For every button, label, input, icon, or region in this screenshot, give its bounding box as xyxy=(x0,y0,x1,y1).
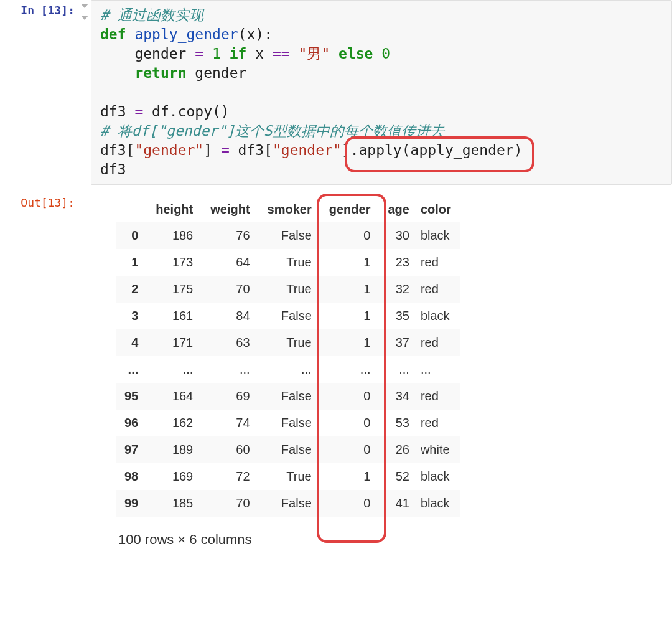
output-cell: Out[13]: height weight smoker gender age… xyxy=(0,185,672,548)
code-text: df3[ xyxy=(230,142,273,158)
table-cell: True xyxy=(259,276,320,303)
str-nan: "男" xyxy=(290,45,338,62)
kw-def: def xyxy=(100,26,126,42)
code-cell[interactable]: # 通过函数实现 def apply_gender(x): gender = 1… xyxy=(91,0,672,185)
row-index: 98 xyxy=(116,463,147,490)
table-cell: 169 xyxy=(147,463,202,490)
table-cell: 60 xyxy=(202,436,258,463)
table-cell: 70 xyxy=(202,490,258,517)
table-cell: 70 xyxy=(202,276,258,303)
row-index: 2 xyxy=(116,276,147,303)
arg-x: x xyxy=(246,26,255,42)
table-cell: 64 xyxy=(202,249,258,276)
table-cell: black xyxy=(418,463,460,490)
table-cell: 185 xyxy=(147,490,202,517)
chevron-down-icon[interactable] xyxy=(81,16,88,20)
table-cell: True xyxy=(259,249,320,276)
table-wrapper: height weight smoker gender age color 01… xyxy=(116,197,460,517)
num-1: 1 xyxy=(203,45,230,62)
num-0: 0 xyxy=(373,45,390,62)
table-cell: red xyxy=(418,329,460,356)
col-header-gender: gender xyxy=(320,197,380,222)
table-cell: 35 xyxy=(379,303,418,329)
table-cell: 32 xyxy=(379,276,418,303)
table-cell: 0 xyxy=(320,222,380,250)
ret-val: gender xyxy=(186,65,246,81)
table-cell: ... xyxy=(418,356,460,383)
table-cell: red xyxy=(418,249,460,276)
table-cell: 53 xyxy=(379,410,418,436)
table-row: 9816972True152black xyxy=(116,463,460,490)
fn-name: apply_gender xyxy=(134,26,238,42)
col-header: height xyxy=(147,197,202,222)
table-cell: 1 xyxy=(320,249,380,276)
table-cell: 171 xyxy=(147,329,202,356)
table-cell: red xyxy=(418,383,460,410)
chevron-down-icon[interactable] xyxy=(81,4,88,8)
kw-else: else xyxy=(338,45,373,62)
table-cell: 37 xyxy=(379,329,418,356)
table-row: 9918570False041black xyxy=(116,490,460,517)
table-cell: 26 xyxy=(379,436,418,463)
code-text: df.copy() xyxy=(143,103,229,120)
table-cell: True xyxy=(259,329,320,356)
table-row: 316184False135black xyxy=(116,303,460,329)
code-text: ] xyxy=(203,142,221,158)
table-cell: 63 xyxy=(202,329,258,356)
row-index: ... xyxy=(116,356,147,383)
code-text: ] xyxy=(342,142,350,158)
row-index: 3 xyxy=(116,303,147,329)
col-header: weight xyxy=(202,197,258,222)
table-cell: red xyxy=(418,276,460,303)
code-text: x xyxy=(246,45,273,62)
table-cell: ... xyxy=(379,356,418,383)
table-cell: black xyxy=(418,303,460,329)
table-cell: 162 xyxy=(147,410,202,436)
table-cell: 161 xyxy=(147,303,202,329)
table-row: 417163True137red xyxy=(116,329,460,356)
row-index: 95 xyxy=(116,383,147,410)
kw-if: if xyxy=(230,45,247,62)
table-cell: 164 xyxy=(147,383,202,410)
code-text: df3[ xyxy=(100,142,134,158)
table-cell: 72 xyxy=(202,463,258,490)
table-cell: ... xyxy=(259,356,320,383)
col-header: age xyxy=(379,197,418,222)
table-row: 018676False030black xyxy=(116,222,460,250)
output-area: height weight smoker gender age color 01… xyxy=(91,185,672,548)
row-index: 1 xyxy=(116,249,147,276)
op-eqeq: == xyxy=(273,45,290,62)
str-gender: "gender" xyxy=(134,142,203,158)
col-header: color xyxy=(418,197,460,222)
table-cell: 34 xyxy=(379,383,418,410)
op-assign: = xyxy=(134,103,143,120)
table-cell: 0 xyxy=(320,383,380,410)
table-cell: 84 xyxy=(202,303,258,329)
str-gender: "gender" xyxy=(273,142,342,158)
paren: ): xyxy=(255,26,273,42)
table-cell: 0 xyxy=(320,490,380,517)
table-row: 117364True123red xyxy=(116,249,460,276)
table-row: 9616274False053red xyxy=(116,410,460,436)
kw-return: return xyxy=(134,65,186,81)
col-header: smoker xyxy=(259,197,320,222)
table-cell: False xyxy=(259,436,320,463)
op-assign: = xyxy=(221,142,230,158)
table-row: 217570True132red xyxy=(116,276,460,303)
table-cell: black xyxy=(418,490,460,517)
paren: ( xyxy=(238,26,247,42)
code-comment: # 将df["gender"]这个S型数据中的每个数值传进去 xyxy=(100,123,444,139)
table-cell: ... xyxy=(147,356,202,383)
op-eq: = xyxy=(195,45,203,62)
table-cell: 30 xyxy=(379,222,418,250)
table-cell: 1 xyxy=(320,276,380,303)
table-cell: 52 xyxy=(379,463,418,490)
table-cell: False xyxy=(259,303,320,329)
table-cell: 69 xyxy=(202,383,258,410)
input-prompt: In [13]: xyxy=(0,0,78,17)
table-cell: ... xyxy=(320,356,380,383)
code-text: df3 xyxy=(100,103,134,120)
collapser-column xyxy=(78,0,91,27)
collapser-column xyxy=(78,185,91,189)
table-cell: 186 xyxy=(147,222,202,250)
